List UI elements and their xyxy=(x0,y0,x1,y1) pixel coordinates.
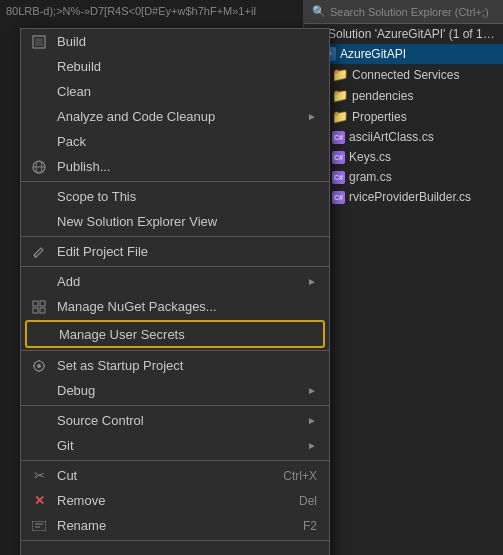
menu-item-unload[interactable] xyxy=(21,543,329,555)
rename-shortcut: F2 xyxy=(303,519,317,533)
menu-item-remove[interactable]: ✕ Remove Del xyxy=(21,488,329,513)
menu-item-debug[interactable]: Debug ► xyxy=(21,378,329,403)
menu-item-pack[interactable]: Pack xyxy=(21,129,329,154)
solution-label: Solution 'AzureGitAPI' (1 of 1 pro xyxy=(328,27,497,41)
startup-label: Set as Startup Project xyxy=(57,358,183,373)
folder-icon-connected: 📁 xyxy=(332,67,348,82)
cut-icon: ✂ xyxy=(29,466,49,486)
cs-icon-gram: C# xyxy=(332,171,345,184)
gram-label: gram.cs xyxy=(349,170,392,184)
menu-item-rebuild[interactable]: Rebuild xyxy=(21,54,329,79)
solution-item-spb[interactable]: C# rviceProviderBuilder.cs xyxy=(304,187,503,207)
separator-6 xyxy=(21,460,329,461)
add-arrow: ► xyxy=(307,276,317,287)
publish-label: Publish... xyxy=(57,159,110,174)
context-menu: Build Rebuild Clean Analyze and Code Cle… xyxy=(20,28,330,555)
pack-label: Pack xyxy=(57,134,86,149)
clean-label: Clean xyxy=(57,84,91,99)
search-bar-text: Search Solution Explorer (Ctrl+;) xyxy=(330,6,489,18)
separator-5 xyxy=(21,405,329,406)
analyze-label: Analyze and Code Cleanup xyxy=(57,109,307,124)
remove-shortcut: Del xyxy=(299,494,317,508)
project-label: AzureGitAPI xyxy=(340,47,406,61)
nuget-icon xyxy=(29,297,49,317)
manage-nuget-label: Manage NuGet Packages... xyxy=(57,299,217,314)
search-bar[interactable]: 🔍 Search Solution Explorer (Ctrl+;) xyxy=(304,0,503,24)
debug-arrow: ► xyxy=(307,385,317,396)
deps-label: pendencies xyxy=(352,89,413,103)
search-icon: 🔍 xyxy=(312,5,326,18)
separator-1 xyxy=(21,181,329,182)
build-label: Build xyxy=(57,34,86,49)
publish-icon xyxy=(29,157,49,177)
manage-secrets-wrapper: Manage User Secrets xyxy=(25,320,325,348)
scope-label: Scope to This xyxy=(57,189,136,204)
edit-project-label: Edit Project File xyxy=(57,244,148,259)
menu-item-new-solution-view[interactable]: New Solution Explorer View xyxy=(21,209,329,234)
debug-label: Debug xyxy=(57,383,307,398)
menu-item-build[interactable]: Build xyxy=(21,29,329,54)
props-label: Properties xyxy=(352,110,407,124)
solution-item-connected[interactable]: 📁 Connected Services xyxy=(304,64,503,85)
solution-item-project[interactable]: P AzureGitAPI xyxy=(304,44,503,64)
rename-label: Rename xyxy=(57,518,303,533)
svg-rect-1 xyxy=(35,38,43,46)
build-icon xyxy=(29,32,49,52)
startup-icon xyxy=(29,356,49,376)
solution-panel: 🔍 Search Solution Explorer (Ctrl+;) 📄 So… xyxy=(303,0,503,555)
file-path: 80LRB-d);>N%-»D7[R4S<0[D#Ey+w$h7hF+M»1+i… xyxy=(6,5,256,17)
menu-item-scope[interactable]: Scope to This xyxy=(21,184,329,209)
spb-label: rviceProviderBuilder.cs xyxy=(349,190,471,204)
solution-item-deps[interactable]: 📁 pendencies xyxy=(304,85,503,106)
cs-icon-keys: C# xyxy=(332,151,345,164)
menu-item-source-control[interactable]: Source Control ► xyxy=(21,408,329,433)
menu-item-publish[interactable]: Publish... xyxy=(21,154,329,179)
source-control-label: Source Control xyxy=(57,413,307,428)
edit-project-icon xyxy=(29,242,49,262)
menu-item-cut[interactable]: ✂ Cut Ctrl+X xyxy=(21,463,329,488)
menu-item-manage-nuget[interactable]: Manage NuGet Packages... xyxy=(21,294,329,319)
ascii-label: asciiArtClass.cs xyxy=(349,130,434,144)
manage-secrets-label: Manage User Secrets xyxy=(59,327,185,342)
menu-item-startup[interactable]: Set as Startup Project xyxy=(21,353,329,378)
keys-label: Keys.cs xyxy=(349,150,391,164)
svg-rect-8 xyxy=(33,308,38,313)
solution-item-gram[interactable]: C# gram.cs xyxy=(304,167,503,187)
source-control-arrow: ► xyxy=(307,415,317,426)
folder-icon-props: 📁 xyxy=(332,109,348,124)
remove-icon: ✕ xyxy=(31,493,47,509)
menu-item-edit-project[interactable]: Edit Project File xyxy=(21,239,329,264)
solution-item-keys[interactable]: C# Keys.cs xyxy=(304,147,503,167)
svg-rect-7 xyxy=(40,301,45,306)
title-bar: 80LRB-d);>N%-»D7[R4S<0[D#Ey+w$h7hF+M»1+i… xyxy=(0,0,303,22)
analyze-arrow: ► xyxy=(307,111,317,122)
solution-item-root[interactable]: 📄 Solution 'AzureGitAPI' (1 of 1 pro xyxy=(304,24,503,44)
separator-7 xyxy=(21,540,329,541)
svg-rect-16 xyxy=(32,521,46,531)
connected-label: Connected Services xyxy=(352,68,459,82)
menu-item-add[interactable]: Add ► xyxy=(21,269,329,294)
menu-item-manage-secrets[interactable]: Manage User Secrets xyxy=(27,322,323,346)
add-label: Add xyxy=(57,274,307,289)
git-arrow: ► xyxy=(307,440,317,451)
git-label: Git xyxy=(57,438,307,453)
menu-item-git[interactable]: Git ► xyxy=(21,433,329,458)
folder-icon-deps: 📁 xyxy=(332,88,348,103)
rebuild-label: Rebuild xyxy=(57,59,101,74)
rename-icon xyxy=(29,516,49,536)
menu-item-clean[interactable]: Clean xyxy=(21,79,329,104)
separator-3 xyxy=(21,266,329,267)
cut-shortcut: Ctrl+X xyxy=(283,469,317,483)
cs-icon-spb: C# xyxy=(332,191,345,204)
separator-2 xyxy=(21,236,329,237)
cut-label: Cut xyxy=(57,468,283,483)
menu-item-analyze[interactable]: Analyze and Code Cleanup ► xyxy=(21,104,329,129)
solution-item-ascii[interactable]: C# asciiArtClass.cs xyxy=(304,127,503,147)
solution-item-props[interactable]: 📁 Properties xyxy=(304,106,503,127)
menu-item-rename[interactable]: Rename F2 xyxy=(21,513,329,538)
cs-icon-ascii: C# xyxy=(332,131,345,144)
svg-rect-6 xyxy=(33,301,38,306)
remove-label: Remove xyxy=(57,493,299,508)
svg-point-11 xyxy=(37,364,41,368)
svg-rect-9 xyxy=(40,308,45,313)
